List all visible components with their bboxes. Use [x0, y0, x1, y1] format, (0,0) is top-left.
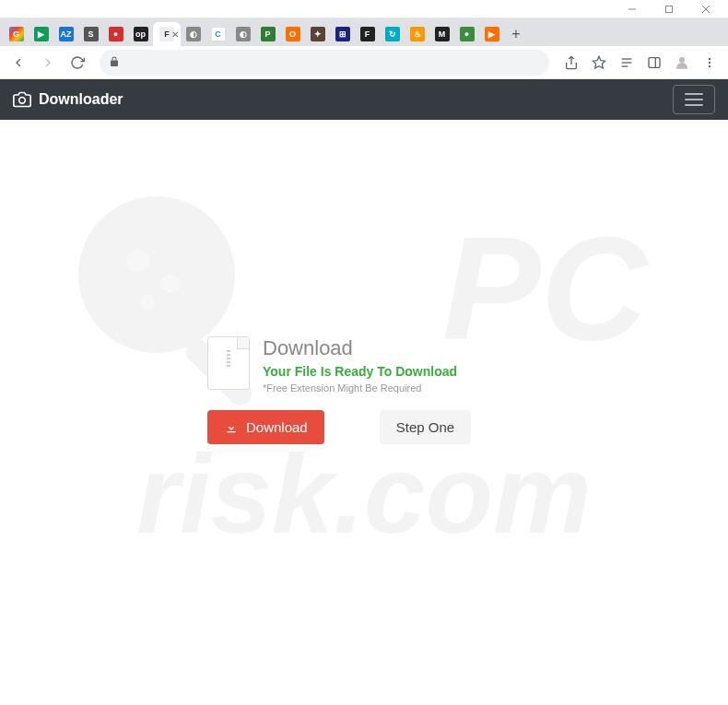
favicon: ● [460, 27, 475, 41]
ready-text: Your File Is Ready To Download [263, 364, 521, 379]
svg-rect-1 [666, 6, 673, 12]
step-one-button[interactable]: Step One [380, 410, 471, 444]
address-bar[interactable] [100, 50, 549, 76]
svg-point-11 [679, 57, 685, 63]
browser-tab[interactable]: ✦ [305, 22, 330, 46]
side-panel-button[interactable] [641, 50, 667, 76]
favicon: C [211, 27, 226, 41]
browser-tab[interactable]: op [128, 22, 153, 46]
forward-button[interactable] [35, 50, 61, 76]
browser-tab[interactable]: C [205, 22, 230, 46]
close-tab-icon[interactable]: ✕ [171, 29, 179, 40]
browser-tab[interactable]: ● [454, 22, 479, 46]
extension-note: *Free Extension Might Be Required [263, 382, 521, 394]
svg-point-15 [19, 98, 26, 104]
svg-point-16 [78, 196, 235, 353]
download-heading: Download [263, 336, 521, 360]
browser-tab[interactable]: ⊞ [330, 22, 355, 46]
browser-tab[interactable]: ● [103, 22, 128, 46]
favicon: ◐ [236, 27, 251, 41]
svg-point-14 [709, 65, 710, 66]
favicon: op [134, 27, 148, 41]
favicon: ↻ [385, 27, 400, 41]
share-button[interactable] [558, 50, 584, 76]
favicon: ♨ [410, 27, 425, 41]
browser-tab[interactable]: ▶ [479, 22, 504, 46]
browser-tab[interactable]: ◐ [230, 22, 255, 46]
svg-point-19 [140, 295, 155, 310]
download-panel: Download Your File Is Ready To Download … [207, 336, 521, 444]
zip-file-icon [207, 336, 250, 390]
brand-text: Downloader [39, 91, 123, 108]
svg-marker-5 [593, 56, 605, 68]
back-button[interactable] [6, 50, 31, 76]
favicon: G [9, 27, 24, 41]
new-tab-button[interactable]: + [504, 22, 528, 46]
browser-tab[interactable]: ◐ [181, 22, 205, 46]
brand[interactable]: Downloader [13, 90, 123, 109]
page-header: Downloader [0, 79, 728, 120]
bookmark-button[interactable] [586, 50, 612, 76]
favicon: AZ [59, 27, 74, 41]
window-close-button[interactable] [687, 1, 724, 18]
browser-tab[interactable]: F✕ [153, 22, 181, 46]
browser-tab[interactable]: ↻ [380, 22, 405, 46]
window-titlebar [0, 0, 728, 18]
reload-button[interactable] [65, 50, 90, 76]
favicon: S [84, 27, 99, 41]
svg-rect-9 [649, 57, 660, 67]
svg-point-12 [709, 57, 710, 59]
window-maximize-button[interactable] [651, 1, 687, 18]
browser-tab[interactable]: F [355, 22, 380, 46]
svg-text:risk.com: risk.com [136, 432, 592, 556]
browser-tab[interactable]: S [78, 22, 103, 46]
favicon: ● [109, 27, 123, 41]
favicon: P [261, 27, 276, 41]
download-icon [224, 420, 239, 435]
hamburger-menu-button[interactable] [673, 85, 715, 114]
browser-tab[interactable]: P [255, 22, 280, 46]
browser-tab[interactable]: G [4, 22, 29, 46]
profile-button[interactable] [669, 50, 695, 76]
browser-tab[interactable]: AZ [53, 22, 78, 46]
favicon: ▶ [34, 27, 49, 41]
favicon: ▶ [485, 27, 499, 41]
favicon: O [286, 27, 300, 41]
browser-tab[interactable]: ♨ [405, 22, 429, 46]
favicon: F [360, 27, 375, 41]
reading-list-button[interactable] [614, 50, 640, 76]
tab-strip: G▶AZS●opF✕◐C◐PO✦⊞F↻♨M●▶+ [0, 18, 728, 46]
svg-point-13 [709, 61, 710, 63]
menu-button[interactable] [697, 50, 722, 76]
hamburger-icon [685, 93, 703, 106]
favicon: ⊞ [335, 27, 350, 41]
download-button-label: Download [246, 419, 308, 435]
window-minimize-button[interactable] [614, 1, 651, 18]
svg-point-17 [127, 250, 149, 272]
favicon: ✦ [311, 27, 325, 41]
browser-tab[interactable]: ▶ [29, 22, 53, 46]
download-button[interactable]: Download [207, 410, 324, 444]
lock-icon [109, 54, 120, 71]
camera-icon [13, 90, 31, 109]
browser-tab[interactable]: O [280, 22, 305, 46]
svg-point-18 [161, 275, 180, 293]
browser-tab[interactable]: M [429, 22, 454, 46]
page-content: PC risk.com Download Your File Is Ready … [0, 120, 728, 705]
favicon: ◐ [186, 27, 201, 41]
browser-toolbar [0, 46, 728, 79]
favicon: M [435, 27, 450, 41]
